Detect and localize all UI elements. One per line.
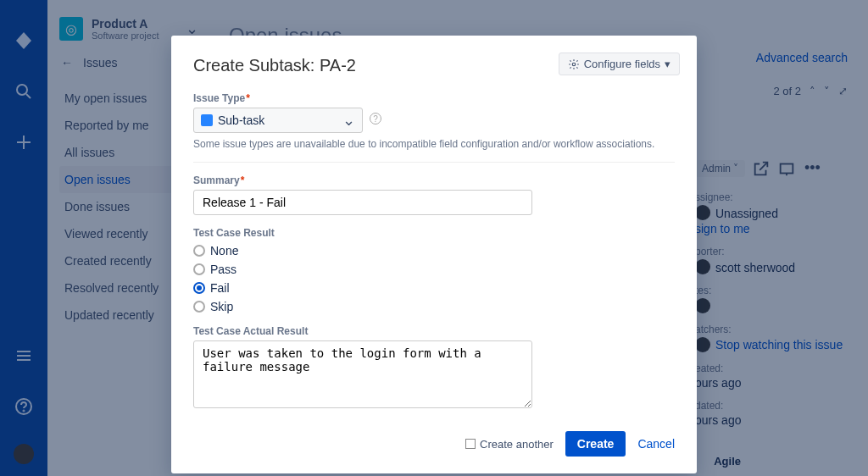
test-case-result-label: Test Case Result — [193, 227, 675, 239]
create-another-checkbox[interactable]: Create another — [465, 438, 554, 451]
issue-type-hint: Some issue types are unavailable due to … — [193, 138, 675, 163]
summary-label: Summary — [193, 174, 675, 186]
issue-type-label: Issue Type — [193, 92, 675, 104]
svg-point-10 — [572, 63, 576, 66]
radio-icon — [193, 301, 205, 313]
radio-icon — [193, 282, 205, 294]
cancel-button[interactable]: Cancel — [637, 437, 675, 451]
radio-icon — [193, 245, 205, 257]
subtask-icon — [201, 114, 213, 126]
radio-icon — [193, 263, 205, 275]
actual-result-textarea[interactable] — [193, 340, 532, 408]
create-button[interactable]: Create — [565, 431, 626, 457]
help-icon[interactable]: ? — [370, 113, 381, 125]
create-subtask-modal: Create Subtask: PA-2 Configure fields ▾ … — [171, 36, 697, 473]
issue-type-value: Sub-task — [218, 113, 264, 127]
checkbox-icon — [465, 439, 476, 449]
tc-option-skip[interactable]: Skip — [193, 300, 675, 313]
chevron-down-icon: ⌄ — [342, 111, 355, 130]
gear-icon — [568, 58, 580, 70]
summary-input[interactable] — [193, 190, 532, 215]
modal-footer: Create another Create Cancel — [193, 431, 675, 457]
chevron-down-icon: ▾ — [665, 58, 670, 70]
tc-option-fail[interactable]: Fail — [193, 281, 675, 295]
tc-option-pass[interactable]: Pass — [193, 263, 675, 276]
issue-type-select[interactable]: Sub-task ⌄ — [193, 108, 363, 133]
actual-result-label: Test Case Actual Result — [193, 325, 675, 337]
tc-option-none[interactable]: None — [193, 244, 675, 257]
configure-fields-button[interactable]: Configure fields ▾ — [559, 53, 680, 75]
